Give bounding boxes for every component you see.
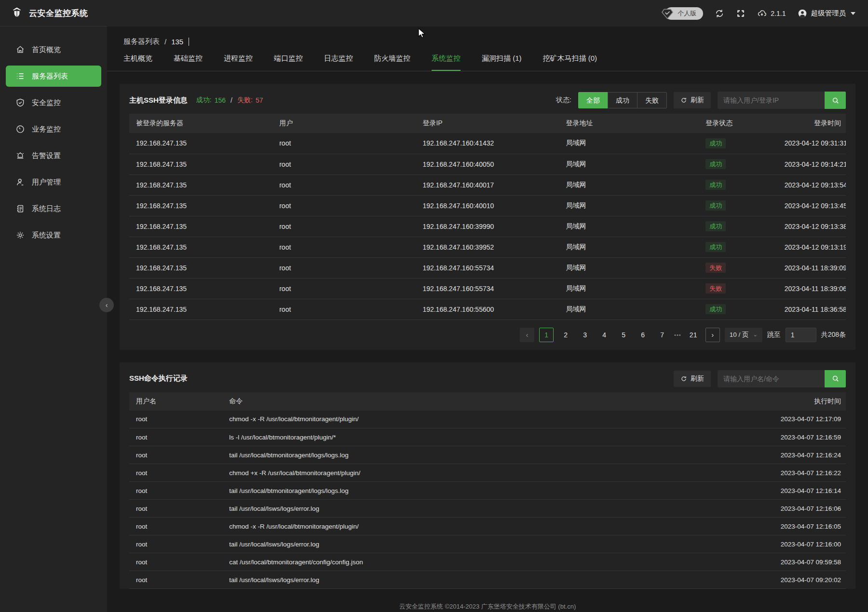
status-filter-3[interactable]: 失败 xyxy=(637,92,667,108)
sidebar-item-label: 首页概览 xyxy=(32,45,61,54)
table-row: rootchmod -x -R /usr/local/btmonitoragen… xyxy=(129,518,846,535)
gear-icon xyxy=(15,230,25,240)
pagination-page-21[interactable]: 21 xyxy=(686,328,701,342)
login-column-header: 用户 xyxy=(272,114,416,133)
cell-server: 192.168.247.135 xyxy=(129,216,272,237)
command-search-input[interactable] xyxy=(718,370,825,387)
cell-ip: 192.168.247.160:55734 xyxy=(416,278,559,299)
app-logo: 云安全监控系统 xyxy=(0,0,107,27)
command-search-button[interactable] xyxy=(825,370,846,387)
pagination-prev-button[interactable]: ‹ xyxy=(520,328,534,342)
cell-location: 局域网 xyxy=(559,133,699,154)
pagination-page-3[interactable]: 3 xyxy=(578,328,592,342)
page-size-select[interactable]: 10 / 页⌄ xyxy=(725,328,762,342)
tab-8[interactable]: 漏洞扫描 (1) xyxy=(482,54,522,71)
cell-user: root xyxy=(272,174,416,195)
tab-9[interactable]: 挖矿木马扫描 (0) xyxy=(543,54,597,71)
tab-4[interactable]: 端口监控 xyxy=(274,54,303,71)
sidebar-item-8[interactable]: 系统设置 xyxy=(6,225,101,246)
cell-server: 192.168.247.135 xyxy=(129,154,272,174)
cell-user: root xyxy=(129,411,222,428)
refresh-icon xyxy=(680,375,687,382)
pagination: ‹1234567•••21›10 / 页⌄跳至共208条 xyxy=(129,320,846,350)
pagination-page-4[interactable]: 4 xyxy=(597,328,611,342)
user-name: 超级管理员 xyxy=(811,9,846,18)
edition-badge[interactable]: 个人版 xyxy=(660,7,703,20)
cell-location: 局域网 xyxy=(559,237,699,257)
login-search-button[interactable] xyxy=(825,92,846,109)
sidebar-item-2[interactable]: 服务器列表 xyxy=(6,66,101,87)
command-column-header: 命令 xyxy=(222,392,717,411)
cell-time: 2023-04-07 12:16:24 xyxy=(717,446,846,464)
cell-time: 2023-04-07 12:16:06 xyxy=(717,500,846,518)
cell-location: 局域网 xyxy=(559,154,699,174)
cell-user: root xyxy=(272,299,416,319)
pagination-page-5[interactable]: 5 xyxy=(616,328,631,342)
jump-to-input[interactable] xyxy=(786,328,816,342)
user-menu[interactable]: 超级管理员 xyxy=(798,9,856,18)
tab-5[interactable]: 日志监控 xyxy=(324,54,353,71)
success-count-label: 成功: xyxy=(196,96,212,105)
tab-2[interactable]: 基础监控 xyxy=(174,54,203,71)
status-filter-1[interactable]: 全部 xyxy=(578,92,608,108)
cell-command: cat /usr/local/btmonitoragent/config/con… xyxy=(222,553,717,571)
sidebar-item-label: 系统设置 xyxy=(32,231,61,240)
status-filter-2[interactable]: 成功 xyxy=(608,92,637,108)
cell-command: chmod +x -R /usr/local/btmonitoragent/pl… xyxy=(222,464,717,482)
log-file-icon xyxy=(15,204,25,213)
cell-time: 2023-04-07 12:16:05 xyxy=(717,518,846,535)
pagination-next-button[interactable]: › xyxy=(705,328,720,342)
cell-time: 2023-04-12 09:13:19 xyxy=(778,237,846,257)
sidebar-item-label: 业务监控 xyxy=(32,125,61,134)
cell-server: 192.168.247.135 xyxy=(129,195,272,216)
pagination-page-1[interactable]: 1 xyxy=(539,328,554,342)
fullscreen-icon[interactable] xyxy=(736,9,746,18)
breadcrumb-root[interactable]: 服务器列表 xyxy=(123,37,160,46)
tab-6[interactable]: 防火墙监控 xyxy=(374,54,410,71)
tab-3[interactable]: 进程监控 xyxy=(224,54,253,71)
success-count-value: 156 xyxy=(215,96,226,104)
login-refresh-button[interactable]: 刷新 xyxy=(674,92,711,108)
cell-user: root xyxy=(272,278,416,299)
pagination-page-2[interactable]: 2 xyxy=(558,328,573,342)
cell-time: 2023-04-12 09:13:45 xyxy=(778,195,846,216)
cell-time: 2023-04-07 12:16:22 xyxy=(717,464,846,482)
status-badge: 成功 xyxy=(705,200,726,211)
cell-time: 2023-04-11 18:39:09 xyxy=(778,257,846,278)
cell-user: root xyxy=(129,535,222,553)
sidebar-item-3[interactable]: 安全监控 xyxy=(6,92,101,113)
tab-7[interactable]: 系统监控 xyxy=(432,54,461,71)
status-filter-group: 全部成功失败 xyxy=(578,92,667,108)
command-refresh-button[interactable]: 刷新 xyxy=(674,371,711,387)
pagination-ellipsis[interactable]: ••• xyxy=(674,332,681,338)
cell-time: 2023-04-12 09:31:31 xyxy=(778,133,846,154)
table-row: 192.168.247.135root192.168.247.160:55600… xyxy=(129,299,846,319)
sidebar-item-4[interactable]: 业务监控 xyxy=(6,119,101,140)
sidebar-item-6[interactable]: 用户管理 xyxy=(6,172,101,193)
login-search-input[interactable] xyxy=(718,92,825,109)
user-icon xyxy=(15,177,25,187)
pagination-page-6[interactable]: 6 xyxy=(636,328,650,342)
sidebar-item-5[interactable]: 告警设置 xyxy=(6,145,101,166)
pagination-page-7[interactable]: 7 xyxy=(655,328,669,342)
sidebar-item-7[interactable]: 系统日志 xyxy=(6,198,101,219)
cell-time: 2023-04-12 09:14:21 xyxy=(778,154,846,174)
cell-server: 192.168.247.135 xyxy=(129,278,272,299)
sidebar-item-1[interactable]: 首页概览 xyxy=(6,39,101,60)
cell-ip: 192.168.247.160:39990 xyxy=(416,216,559,237)
tab-1[interactable]: 主机概览 xyxy=(123,54,152,71)
cell-ip: 192.168.247.160:40010 xyxy=(416,195,559,216)
cell-user: root xyxy=(129,553,222,571)
gauge-icon xyxy=(15,124,25,134)
fail-count-value: 57 xyxy=(256,96,263,104)
status-filter-label: 状态: xyxy=(556,96,571,105)
version-indicator[interactable]: 2.1.1 xyxy=(757,9,786,18)
sidebar-collapse-button[interactable]: ‹ xyxy=(99,298,114,312)
table-row: rootcat /usr/local/btmonitoragent/config… xyxy=(129,553,846,571)
sync-icon[interactable] xyxy=(715,9,724,18)
jump-to-label: 跳至 xyxy=(767,331,781,339)
refresh-icon xyxy=(680,97,687,104)
breadcrumb-current[interactable]: 135 xyxy=(171,38,183,46)
table-row: 192.168.247.135root192.168.247.160:41432… xyxy=(129,133,846,154)
header-actions: 个人版 2.1.1 超级管理员 xyxy=(660,7,868,20)
